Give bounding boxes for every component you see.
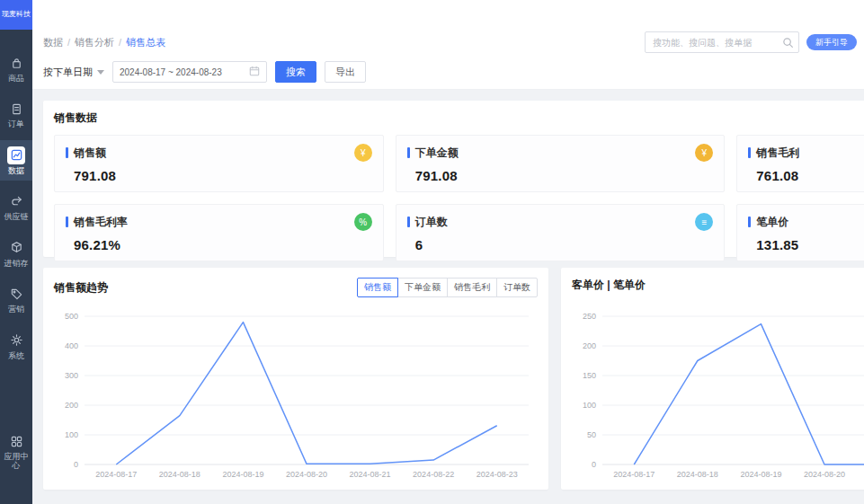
breadcrumb-current: 销售总表	[126, 36, 165, 49]
inventory-cube-icon	[7, 239, 25, 257]
beginner-guide-button[interactable]: 新手引导	[806, 34, 857, 50]
svg-text:2024-08-17: 2024-08-17	[95, 470, 137, 479]
export-button[interactable]: 导出	[325, 61, 366, 83]
breadcrumb-item[interactable]: 数据	[43, 36, 63, 49]
stat-value: 791.08	[74, 168, 372, 183]
tab-order-count[interactable]: 订单数	[496, 278, 538, 297]
sidebar-item-data[interactable]: 数据	[0, 140, 32, 181]
marketing-tag-icon	[7, 285, 25, 303]
supply-chain-icon	[7, 192, 25, 210]
global-search	[645, 31, 799, 53]
stat-top: 订单数 ≡	[407, 213, 714, 231]
svg-text:100: 100	[583, 401, 596, 410]
accent-bar	[748, 217, 751, 227]
yuan-coin-icon: ¥	[354, 144, 372, 162]
stat-label: 下单金额	[415, 146, 459, 161]
stat-tile-per-order-price: 笔单价 131.85	[736, 204, 864, 261]
svg-text:2024-08-18: 2024-08-18	[677, 470, 718, 479]
stat-label: 销售毛利率	[74, 215, 128, 230]
sidebar-item-orders[interactable]: 订单	[0, 93, 32, 134]
global-search-input[interactable]	[645, 31, 799, 53]
data-chart-icon	[7, 146, 25, 164]
sidebar-item-label: 应用中心	[2, 453, 31, 470]
date-type-select[interactable]: 按下单日期	[43, 66, 104, 79]
tab-gross-profit[interactable]: 销售毛利	[447, 278, 497, 297]
app-center-grid-icon	[7, 432, 25, 450]
percent-icon: %	[354, 213, 372, 231]
breadcrumb-item[interactable]: 销售分析	[75, 36, 114, 49]
stat-top: 下单金额 ¥	[407, 144, 714, 162]
yuan-coin-icon: ¥	[695, 144, 713, 162]
tab-order-amount[interactable]: 下单金额	[397, 278, 448, 297]
stat-value: 6	[415, 237, 714, 252]
svg-text:400: 400	[65, 341, 78, 350]
stat-label: 销售额	[74, 146, 106, 161]
trend-metric-tabs: 销售额 下单金额 销售毛利 订单数	[357, 278, 538, 297]
filter-toolbar: 按下单日期 2024-08-17 ~ 2024-08-23 搜索 导出	[32, 56, 864, 88]
breadcrumb-row: 数据 / 销售分析 / 销售总表 新手引导	[32, 29, 864, 56]
svg-text:0: 0	[592, 460, 596, 469]
search-button[interactable]: 搜索	[275, 61, 316, 83]
sidebar-item-goods[interactable]: 商品	[0, 48, 32, 88]
svg-text:100: 100	[65, 430, 78, 439]
chart-title: 客单价 | 笔单价	[572, 278, 646, 293]
section-title: 销售数据	[54, 111, 864, 126]
svg-text:2024-08-19: 2024-08-19	[740, 470, 781, 479]
chevron-down-icon	[97, 70, 104, 75]
sidebar-nav: 商品 订单 数据 供应链	[0, 30, 32, 504]
stat-top: 销售毛利	[748, 144, 864, 162]
sales-data-section: 销售数据 销售额 ¥ 791.08 下单金额 ¥ 791.08	[43, 101, 864, 257]
svg-text:200: 200	[583, 341, 596, 350]
svg-text:2024-08-17: 2024-08-17	[613, 470, 655, 479]
breadcrumb-separator: /	[67, 37, 70, 48]
stat-tile-order-amount: 下单金额 ¥ 791.08	[396, 135, 726, 192]
stat-value: 96.21%	[74, 237, 372, 252]
sidebar-item-system[interactable]: 系统	[0, 325, 32, 366]
stat-tile-order-count: 订单数 ≡ 6	[396, 204, 726, 261]
stat-tile-sales-amount: 销售额 ¥ 791.08	[54, 135, 384, 192]
svg-text:300: 300	[65, 371, 78, 380]
chart-header: 销售额趋势 销售额 下单金额 销售毛利 订单数	[43, 268, 548, 297]
accent-bar	[66, 147, 68, 158]
svg-text:2024-08-21: 2024-08-21	[350, 470, 391, 479]
sidebar-item-app-center[interactable]: 应用中心	[0, 426, 32, 475]
accent-bar	[407, 147, 410, 158]
sidebar: 现麦科技 商品 订单 数据	[0, 0, 32, 504]
date-range-picker[interactable]: 2024-08-17 ~ 2024-08-23	[112, 61, 267, 83]
stat-tile-gross-profit: 销售毛利 761.08	[736, 135, 864, 192]
goods-icon	[7, 54, 25, 72]
svg-text:150: 150	[583, 371, 596, 380]
stat-top: 销售毛利率 %	[66, 213, 372, 231]
svg-text:2024-08-22: 2024-08-22	[413, 470, 454, 479]
accent-bar	[748, 147, 751, 158]
stat-value: 791.08	[415, 168, 714, 183]
svg-text:0: 0	[74, 460, 78, 469]
orders-icon	[7, 100, 25, 118]
header-right: 新手引导	[645, 31, 857, 53]
svg-text:2024-08-23: 2024-08-23	[477, 470, 518, 479]
accent-bar	[407, 217, 410, 227]
sidebar-item-label: 订单	[2, 120, 31, 128]
sidebar-item-supply-chain[interactable]: 供应链	[0, 186, 32, 226]
svg-text:2024-08-20: 2024-08-20	[804, 470, 845, 479]
stat-value: 761.08	[756, 168, 864, 183]
stat-top: 笔单价	[748, 213, 864, 231]
breadcrumb-separator: /	[119, 37, 121, 48]
sidebar-item-label: 进销存	[2, 260, 31, 268]
svg-text:2024-08-20: 2024-08-20	[286, 470, 327, 479]
sidebar-item-inventory[interactable]: 进销存	[0, 233, 32, 273]
sales-trend-line-chart: 01002003004005002024-08-172024-08-182024…	[52, 307, 541, 484]
svg-text:2024-08-18: 2024-08-18	[159, 470, 200, 479]
tab-sales-amount[interactable]: 销售额	[357, 278, 398, 297]
svg-text:250: 250	[583, 312, 596, 321]
sidebar-item-marketing[interactable]: 营销	[0, 279, 32, 319]
header: 数据 / 销售分析 / 销售总表 新手引导 按下单日期	[32, 0, 864, 90]
brand-logo: 现麦科技	[0, 0, 32, 30]
svg-text:500: 500	[65, 312, 78, 321]
chart-title: 销售额趋势	[54, 280, 108, 296]
app-root: 现麦科技 商品 订单 数据	[0, 0, 864, 504]
sidebar-item-label: 系统	[2, 352, 31, 360]
breadcrumb: 数据 / 销售分析 / 销售总表	[43, 36, 165, 49]
order-list-icon: ≡	[695, 213, 713, 231]
search-icon[interactable]	[782, 36, 794, 52]
